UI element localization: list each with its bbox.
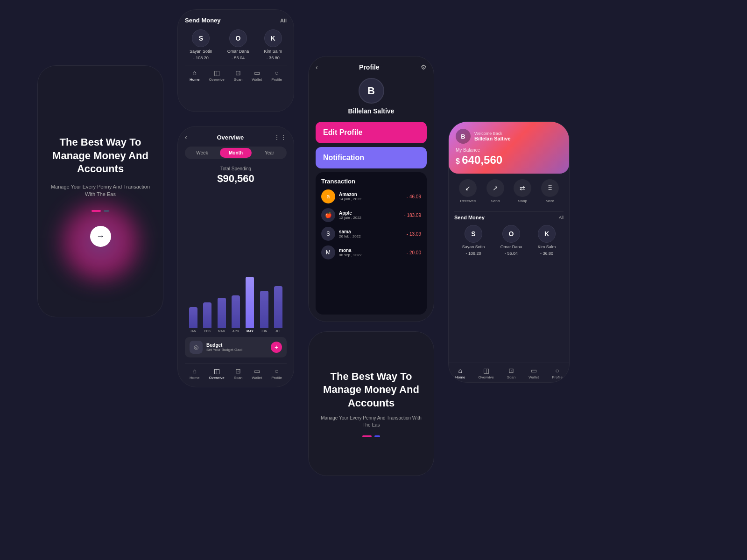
- action-received[interactable]: ↙ Received: [459, 179, 477, 203]
- nav-home-3[interactable]: ⌂ Home: [190, 367, 199, 380]
- nav-overwive-3[interactable]: ◫ Overwive: [209, 367, 224, 380]
- bar-apr-bar: [232, 295, 240, 328]
- nav-home-2[interactable]: ⌂ Home: [190, 69, 199, 82]
- pagination-dots-2: [362, 435, 380, 437]
- wallet-icon-3: ▭: [254, 367, 260, 375]
- balance-label: My Balance: [456, 147, 562, 153]
- nav-scan-6[interactable]: ⊡ Scan: [507, 367, 515, 379]
- settings-icon[interactable]: ⚙: [421, 63, 427, 71]
- ph6-contact-name-3: Kim Salm: [538, 245, 556, 249]
- phone-intro-1: The Best Way To Manage Money And Account…: [37, 65, 163, 317]
- nav-scan-3[interactable]: ⊡ Scan: [234, 367, 242, 380]
- send-money-header: Send Money All: [185, 17, 287, 24]
- phone6-body: Send Money All S Sayan Sotin - 108.20 O …: [449, 209, 569, 363]
- tx-icon-amazon: a: [321, 189, 335, 203]
- contact-amount-2: - 56.04: [232, 56, 245, 60]
- back-button-3[interactable]: ‹: [185, 133, 187, 141]
- ph6-contact-3[interactable]: K Kim Salm - 36.80: [538, 225, 556, 256]
- send-money-all-6[interactable]: All: [559, 215, 564, 220]
- more-icon: ⠿: [541, 179, 559, 197]
- ph6-contact-1[interactable]: S Sayan Sotin - 108.20: [462, 225, 485, 256]
- tx-info-sama: sama 26 feb , 2022: [339, 229, 361, 238]
- nav-overwive-2[interactable]: ◫ Overwive: [209, 69, 224, 82]
- nav-overwive-6[interactable]: ◫ Overwive: [478, 367, 493, 379]
- scan-icon-3: ⊡: [235, 367, 241, 375]
- notification-button[interactable]: Notification: [316, 147, 427, 168]
- period-tabs: Week Month Year: [185, 147, 287, 159]
- ph6-contact-amount-1: - 108.20: [465, 251, 481, 256]
- tab-month[interactable]: Month: [220, 148, 252, 158]
- tx-name-sama: sama: [339, 229, 361, 234]
- intro-headline: The Best Way To Manage Money And Account…: [49, 136, 151, 176]
- welcome-back-label: Welcome Back: [474, 131, 511, 136]
- tx-sama: S sama 26 feb , 2022 - 13.09: [321, 227, 421, 241]
- ph6-avatar-2: O: [502, 225, 520, 243]
- tx-mona: M mona 08 sep , 2022 - 20.00: [321, 245, 421, 259]
- nav-profile-2[interactable]: ○ Profile: [271, 69, 282, 82]
- all-link[interactable]: All: [280, 18, 287, 23]
- overwive-icon-3: ◫: [214, 367, 220, 375]
- ph6-contact-name-2: Omar Dana: [500, 245, 522, 249]
- bar-may-label: MAY: [247, 329, 254, 333]
- phone-dashboard: B Welcome Back Billelan Saltive My Balan…: [448, 121, 570, 383]
- next-button[interactable]: →: [90, 226, 111, 247]
- bar-jun: JUN: [258, 291, 270, 333]
- dot-active: [92, 210, 101, 212]
- add-budget-button[interactable]: +: [271, 342, 282, 353]
- budget-row[interactable]: ◎ Budget Set Your Budget Gaol +: [185, 337, 287, 357]
- contacts-row: S Sayan Sotin - 108.20 O Omar Dana - 56.…: [185, 29, 287, 60]
- nav-scan-2[interactable]: ⊡ Scan: [234, 69, 242, 82]
- bar-jul-bar: [274, 286, 282, 328]
- contact-2[interactable]: O Omar Dana - 56.04: [227, 29, 249, 60]
- nav-wallet-6[interactable]: ▭ Wallet: [529, 367, 539, 379]
- nav-home-6[interactable]: ⌂ Home: [455, 367, 465, 379]
- nav-profile-6[interactable]: ○ Profile: [552, 367, 563, 379]
- tx-icon-apple: 🍎: [321, 208, 335, 222]
- bar-mar-label: MAR: [218, 329, 226, 333]
- filter-icon-3[interactable]: ⋮⋮: [274, 133, 287, 141]
- contacts-row-6: S Sayan Sotin - 108.20 O Omar Dana - 56.…: [454, 225, 564, 256]
- tx-left-apple: 🍎 Apple 12 juin , 2022: [321, 208, 361, 222]
- bar-apr: APR: [230, 295, 241, 333]
- tab-year[interactable]: Year: [254, 148, 285, 158]
- intro-headline-2: The Best Way To Manage Money And Account…: [318, 370, 424, 410]
- action-swap[interactable]: ⇄ Swap: [514, 179, 531, 203]
- bar-jan-label: JAN: [190, 329, 196, 333]
- ph6-contact-amount-3: - 36.80: [540, 251, 553, 256]
- nav-wallet-3[interactable]: ▭ Wallet: [252, 367, 262, 380]
- tx-info-mona: mona 08 sep , 2022: [339, 248, 361, 257]
- phone-intro-2: The Best Way To Manage Money And Account…: [308, 331, 434, 476]
- intro-content: The Best Way To Manage Money And Account…: [38, 122, 163, 261]
- more-label: More: [546, 199, 554, 203]
- contact-name-2: Omar Dana: [227, 49, 249, 54]
- card-top: B Welcome Back Billelan Saltive: [456, 129, 562, 144]
- dot-active-2: [362, 435, 372, 437]
- tx-date-apple: 12 juin , 2022: [339, 216, 361, 220]
- tx-amazon: a Amazon 14 juin , 2022 - 46.09: [321, 189, 421, 203]
- nav-label-scan-2: Scan: [234, 77, 242, 82]
- home-icon-2: ⌂: [192, 69, 196, 77]
- bar-jul: JUL: [273, 286, 284, 333]
- profile-icon-3: ○: [275, 367, 278, 375]
- wallet-icon-2: ▭: [254, 69, 260, 77]
- bar-feb-bar: [203, 302, 211, 328]
- edit-profile-button[interactable]: Edit Profile: [316, 122, 427, 143]
- received-icon: ↙: [459, 179, 477, 197]
- action-send[interactable]: ↗ Send: [486, 179, 504, 203]
- nav-label-home-6: Home: [455, 375, 465, 379]
- overview-header: ‹ Overviwe ⋮⋮: [185, 133, 287, 141]
- tx-left-amazon: a Amazon 14 juin , 2022: [321, 189, 361, 203]
- send-label: Send: [491, 199, 500, 203]
- tab-week[interactable]: Week: [186, 148, 218, 158]
- contact-1[interactable]: S Sayan Sotin - 108.20: [190, 29, 212, 60]
- ph6-contact-2[interactable]: O Omar Dana - 56.04: [500, 225, 522, 256]
- intro-subtitle: Manage Your Every Penny And Transaction …: [49, 183, 151, 198]
- action-more[interactable]: ⠿ More: [541, 179, 559, 203]
- bottom-nav-6: ⌂ Home ◫ Overwive ⊡ Scan ▭ Wallet ○ Prof…: [449, 363, 569, 382]
- contact-3[interactable]: K Kim Salm - 36.80: [264, 29, 282, 60]
- nav-profile-3[interactable]: ○ Profile: [271, 367, 282, 380]
- overwive-icon-6: ◫: [483, 367, 489, 374]
- nav-wallet-2[interactable]: ▭ Wallet: [252, 69, 262, 82]
- nav-label-home-3: Home: [190, 376, 199, 380]
- tx-amount-apple: - 183.09: [404, 213, 421, 218]
